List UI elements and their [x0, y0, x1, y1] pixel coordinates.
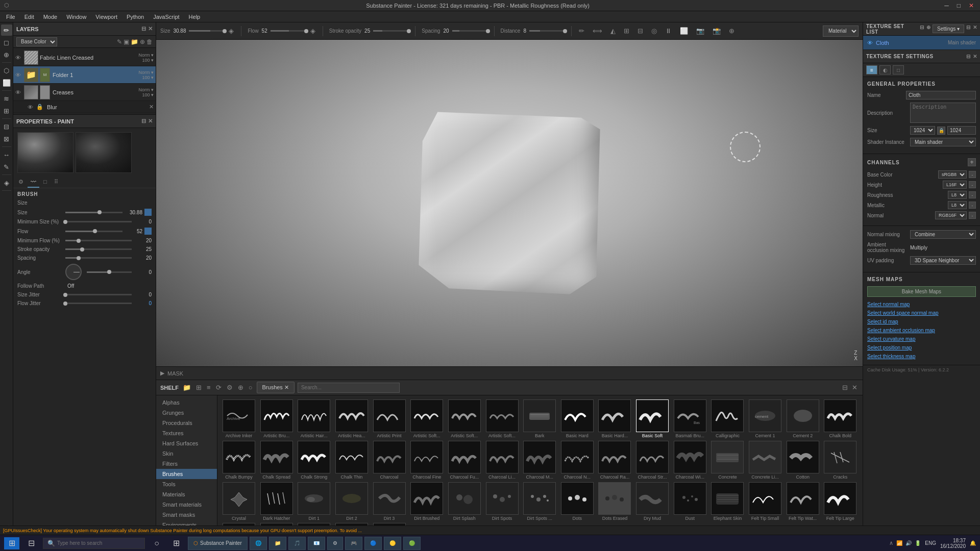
stroke-opacity-slider[interactable] [65, 248, 132, 250]
brush-item[interactable]: Charcoal Str... [635, 441, 670, 480]
color-picker-btn[interactable]: ⊟ [1, 121, 12, 132]
shelf-folder-icon[interactable]: 📁 [182, 383, 192, 392]
brush-item[interactable]: Charcoal M... [522, 441, 557, 480]
tss-tab-view[interactable]: □ [893, 65, 904, 74]
shelf-cat-smart-masks[interactable]: Smart masks [156, 510, 217, 520]
app7[interactable]: 🔵 [364, 537, 382, 550]
pause-icon[interactable]: ⏸ [664, 26, 673, 36]
brush-item[interactable]: Artistic Bru... [259, 399, 294, 439]
symmetry-icon[interactable]: ⟺ [592, 26, 603, 36]
app9[interactable]: 🟢 [403, 537, 421, 550]
texture-set-item[interactable]: 👁 Cloth Main shader [863, 36, 980, 50]
add-folder-btn[interactable]: 📁 [131, 38, 138, 45]
snap-icon[interactable]: ◎ [650, 26, 658, 36]
angle-dial[interactable] [65, 264, 82, 280]
size-slider[interactable] [65, 212, 122, 213]
lock-button[interactable]: 🔒 [937, 127, 945, 135]
shelf-cat-smart-materials[interactable]: Smart materials [156, 499, 217, 510]
size-pick-icon[interactable]: ◈ [228, 26, 235, 36]
name-input[interactable] [906, 91, 976, 99]
brush-item[interactable]: Felt Tip Small [748, 482, 782, 521]
brush-item[interactable]: Dirt 1 [297, 482, 331, 521]
add-paint-btn[interactable]: ⊕ [140, 38, 145, 45]
taskbar-search[interactable]: 🔍 [43, 538, 145, 549]
layer-eye-btn[interactable]: 👁 [15, 55, 22, 61]
channel-height-format[interactable]: L16F [943, 181, 967, 189]
tray-volume-icon[interactable]: 🔊 [905, 540, 912, 546]
shelf-cat-hard-surfaces[interactable]: Hard Surfaces [156, 438, 217, 448]
shader-select[interactable]: Main shader [910, 138, 976, 146]
tss-expand-icon[interactable]: ⊟ [966, 54, 971, 59]
chrome-taskbar[interactable]: 🌐 [250, 537, 267, 550]
layer-item[interactable]: 👁 🔒 Blur ✕ [13, 101, 156, 113]
shelf-tab-brushes[interactable]: Brushes ✕ [257, 382, 295, 393]
prop-close-btn[interactable]: ✕ [148, 118, 153, 124]
viewport[interactable]: Z X [156, 40, 863, 366]
pen-icon[interactable]: ✏ [578, 26, 585, 36]
size-check[interactable] [144, 209, 152, 216]
flow-slider[interactable] [65, 231, 122, 232]
brush-item[interactable]: Concrete Li... [748, 441, 782, 480]
shelf-search-icon[interactable]: ⊕ [237, 383, 244, 392]
select-ambient-occlusion-map-link[interactable]: Select ambient occlusion map [867, 326, 976, 335]
brush-item[interactable]: Dots Erased [597, 482, 632, 521]
brush-item[interactable]: Artistic Print [372, 399, 407, 439]
material-picker-btn[interactable]: ◈ [1, 177, 12, 188]
select-thickness-map-link[interactable]: Select thickness map [867, 352, 976, 361]
layer-eye-btn[interactable]: 👁 [15, 89, 22, 95]
tsl-icon1[interactable]: ⊟ [920, 24, 924, 33]
project-tool-btn[interactable]: ⊕ [1, 49, 12, 60]
prop-expand-btn[interactable]: ⊟ [141, 118, 146, 124]
brush-item[interactable]: Crystal [222, 482, 256, 521]
brush-item[interactable]: Artistic Hair... [297, 399, 331, 439]
min-size-slider[interactable] [65, 221, 132, 222]
size-top-slider[interactable] [189, 30, 225, 32]
min-flow-slider[interactable] [65, 240, 132, 241]
brush-tab-shape[interactable]: □ [40, 177, 50, 188]
layers-options-btn[interactable]: ✕ [148, 26, 153, 32]
brush-item[interactable]: Charcoal Fu... [447, 441, 482, 480]
shelf-cat-procedurals[interactable]: Procedurals [156, 418, 217, 428]
shelf-circle-icon[interactable]: ○ [248, 383, 254, 392]
select-id-map-link[interactable]: Select id map [867, 317, 976, 326]
measure-btn[interactable]: ↔ [1, 149, 12, 160]
menu-python[interactable]: Python [122, 13, 148, 21]
brush-item[interactable]: Cracks [823, 441, 857, 480]
brush-item[interactable]: Chalk Thin [334, 441, 369, 480]
shelf-cat-filters[interactable]: Filters [156, 459, 217, 469]
select-position-map-link[interactable]: Select position map [867, 343, 976, 352]
brush-item[interactable]: Concrete [710, 441, 745, 480]
view3d-icon[interactable]: ◭ [609, 26, 617, 36]
menu-mode[interactable]: Mode [39, 13, 62, 21]
viewport-icon3[interactable]: 📸 [712, 26, 722, 36]
shelf-search-input[interactable] [298, 383, 400, 393]
app5[interactable]: ⚙ [327, 537, 343, 550]
shelf-expand-btn[interactable]: ⊟ [841, 383, 849, 392]
brush-item[interactable]: Cement 2 [786, 399, 820, 439]
minimize-button[interactable]: ─ [942, 2, 951, 9]
channel-base-color-remove[interactable]: - [969, 171, 976, 178]
brush-item[interactable]: Chalk Bold [823, 399, 857, 439]
texture-set-eye[interactable]: 👁 [867, 40, 873, 46]
brush-item[interactable]: Chalk Bumpy [222, 441, 256, 480]
tss-tab-layers[interactable]: ≡ [866, 65, 877, 74]
clone-btn[interactable]: ⊞ [1, 105, 12, 116]
shelf-filter-icon[interactable]: ⟳ [215, 383, 223, 392]
maximize-button[interactable]: □ [955, 2, 963, 9]
brush-item[interactable]: Felt Tip Wat... [786, 482, 820, 521]
select-normal-map-link[interactable]: Select normal map [867, 300, 976, 309]
brush-item[interactable]: BasBasmati Bru... [673, 399, 707, 439]
menu-edit[interactable]: Edit [20, 13, 38, 21]
menu-javascript[interactable]: JavaScript [149, 13, 183, 21]
brush-item[interactable]: Elephant Skin [710, 482, 745, 521]
substance-painter-taskbar[interactable]: ⬡Substance Painter [188, 537, 248, 550]
layers-expand-btn[interactable]: ⊟ [141, 26, 146, 32]
brush-item[interactable]: Cotton [786, 441, 820, 480]
app4[interactable]: 📧 [308, 537, 325, 550]
brush-item[interactable]: Charcoal Fine [409, 441, 444, 480]
bake-mesh-maps-btn[interactable]: Bake Mesh Maps [867, 286, 976, 297]
shelf-close-btn[interactable]: ✕ [851, 383, 859, 392]
tss-tab-bake[interactable]: ◐ [879, 65, 891, 74]
mask-expand-icon[interactable]: ▶ [160, 370, 164, 377]
layer-eye-btn[interactable]: 👁 [28, 104, 35, 110]
